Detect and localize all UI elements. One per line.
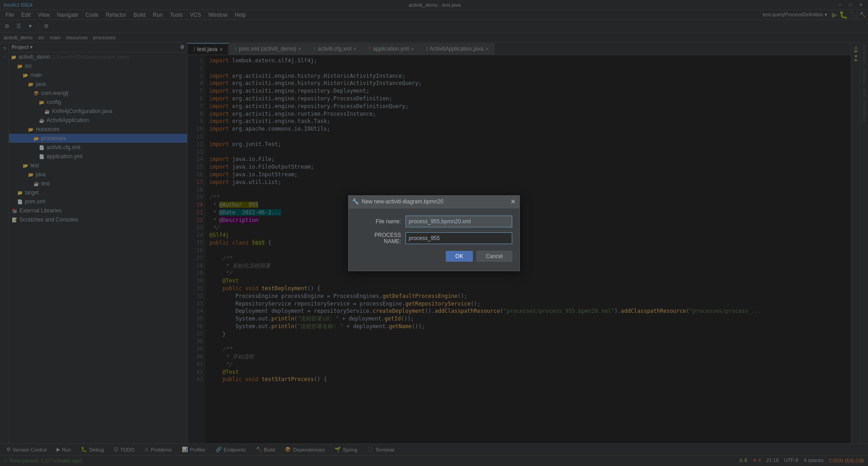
file-name-field: File name: xyxy=(356,216,512,227)
dialog-title-icon: 🔧 xyxy=(352,198,359,205)
file-name-input[interactable] xyxy=(406,216,512,227)
dialog-buttons: OK Cancel xyxy=(356,249,512,264)
dialog-title-text: New new-activiti-diagram.bpmn20 xyxy=(362,198,443,205)
modal-overlay: 🔧 New new-activiti-diagram.bpmn20 ✕ File… xyxy=(0,0,868,466)
dialog-content: File name: PROCESS NAME: OK Cancel xyxy=(349,208,519,271)
process-name-label: PROCESS NAME: xyxy=(356,232,406,245)
dialog-title-bar: 🔧 New new-activiti-diagram.bpmn20 ✕ xyxy=(349,196,519,208)
dialog-ok-button[interactable]: OK xyxy=(446,251,472,262)
file-name-label: File name: xyxy=(356,218,406,225)
process-name-field: PROCESS NAME: xyxy=(356,232,512,245)
dialog: 🔧 New new-activiti-diagram.bpmn20 ✕ File… xyxy=(348,195,520,271)
dialog-close-button[interactable]: ✕ xyxy=(510,198,516,205)
dialog-cancel-button[interactable]: Cancel xyxy=(476,251,512,262)
process-name-input[interactable] xyxy=(406,232,512,244)
